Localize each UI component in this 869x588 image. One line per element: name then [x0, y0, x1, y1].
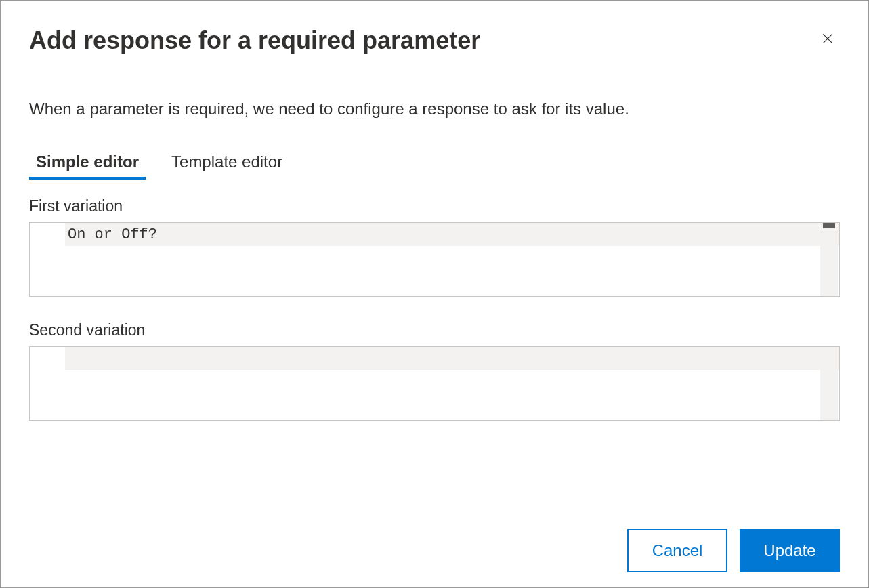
dialog-footer: Cancel Update — [627, 529, 840, 572]
update-button[interactable]: Update — [740, 529, 840, 572]
first-variation-value[interactable]: On or Off? — [65, 223, 839, 246]
editor-body — [30, 246, 839, 296]
cancel-button[interactable]: Cancel — [627, 529, 727, 572]
dialog-header: Add response for a required parameter — [29, 26, 840, 55]
second-variation-value[interactable] — [65, 347, 839, 370]
dialog-description: When a parameter is required, we need to… — [29, 100, 840, 119]
second-variation-label: Second variation — [29, 321, 840, 339]
second-variation-group: Second variation — [29, 321, 840, 445]
close-icon — [821, 32, 834, 45]
editor-gutter — [30, 347, 65, 370]
first-variation-group: First variation On or Off? — [29, 197, 840, 321]
scrollbar-thumb[interactable] — [823, 223, 835, 228]
close-button[interactable] — [815, 26, 840, 51]
editor-line: On or Off? — [30, 223, 839, 246]
editor-line — [30, 347, 839, 370]
editor-body — [30, 370, 839, 420]
editor-gutter — [30, 223, 65, 246]
first-variation-label: First variation — [29, 197, 840, 215]
editor-scrollbar[interactable] — [820, 347, 838, 420]
editor-scrollbar[interactable] — [820, 223, 838, 296]
tab-template-editor[interactable]: Template editor — [171, 152, 282, 178]
first-variation-editor[interactable]: On or Off? — [29, 222, 840, 297]
dialog-title: Add response for a required parameter — [29, 26, 480, 55]
tab-simple-editor[interactable]: Simple editor — [36, 152, 139, 178]
dialog-container: Add response for a required parameter Wh… — [0, 0, 869, 588]
second-variation-editor[interactable] — [29, 346, 840, 421]
tabs-container: Simple editor Template editor — [29, 152, 840, 178]
